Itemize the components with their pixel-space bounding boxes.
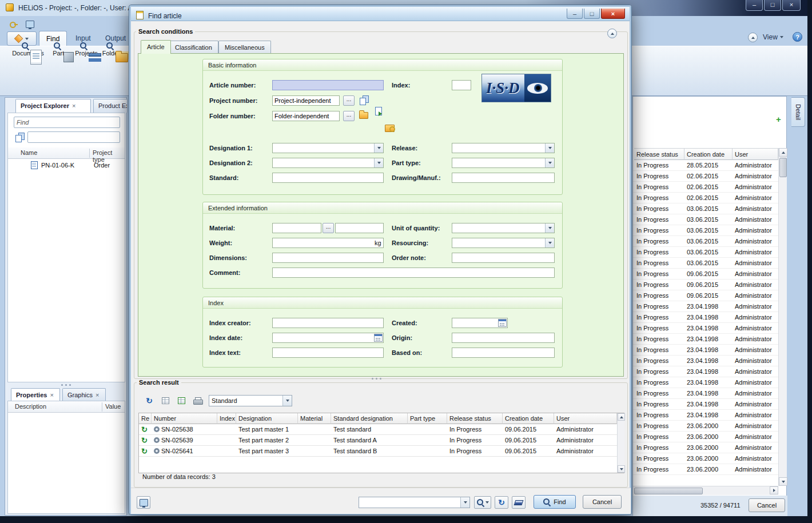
standard-input[interactable] [272, 173, 384, 183]
result-layout-combo[interactable]: Standard [209, 395, 292, 406]
weight-input[interactable] [272, 238, 384, 248]
designation1-combo[interactable] [272, 143, 384, 153]
material-input[interactable] [272, 223, 321, 233]
key-toolbar-button[interactable] [7, 18, 21, 30]
origin-input[interactable] [452, 333, 555, 343]
release-table-row[interactable]: In Progress23.04.1998Administrator [633, 323, 778, 334]
tab-article[interactable]: Article [141, 40, 171, 54]
main-maximize-button[interactable]: □ [764, 0, 781, 11]
column-release-status[interactable]: Release status [447, 413, 503, 424]
release-table-row[interactable]: In Progress23.06.2000Administrator [633, 453, 778, 464]
combo-arrow[interactable] [545, 238, 554, 247]
view-menu[interactable]: View [763, 33, 783, 41]
tab-product-explorer[interactable]: Product Ex [93, 99, 128, 113]
dialog-close-button[interactable]: × [601, 9, 625, 19]
combo-arrow[interactable] [545, 158, 554, 167]
dialog-maximize-button[interactable]: □ [584, 9, 600, 19]
dialog-splitter-handle[interactable] [372, 378, 381, 380]
release-table-row[interactable]: In Progress23.06.2000Administrator [633, 464, 778, 475]
column-material[interactable]: Material [298, 413, 331, 424]
column-user[interactable]: User [733, 148, 778, 160]
resourcing-combo[interactable] [452, 238, 555, 248]
column-creation-date[interactable]: Creation date [503, 413, 554, 424]
folder-icon[interactable] [359, 112, 368, 119]
project-browse-button[interactable]: ... [343, 95, 355, 106]
column-value[interactable]: Value [105, 403, 121, 410]
material-browse-button[interactable]: ... [323, 223, 334, 233]
drawing-manuf-input[interactable] [452, 173, 555, 183]
session-toolbar-button[interactable] [23, 18, 37, 30]
column-result[interactable]: Re [139, 413, 152, 424]
comment-input[interactable] [272, 268, 555, 278]
print-results-button[interactable] [190, 394, 204, 407]
tab-project-explorer[interactable]: Project Explorer× [15, 99, 91, 113]
explorer-find-input[interactable] [14, 117, 120, 128]
dialog-cancel-button[interactable]: Cancel [583, 495, 622, 509]
refresh-button[interactable]: ↻ [495, 496, 508, 509]
column-name[interactable]: Name [21, 149, 37, 156]
release-table-row[interactable]: In Progress23.06.2000Administrator [633, 421, 778, 432]
collapse-search-conditions-button[interactable] [607, 29, 617, 38]
combo-arrow[interactable] [282, 396, 292, 406]
release-table-row[interactable]: In Progress23.04.1998Administrator [633, 312, 778, 323]
designation2-combo[interactable] [272, 158, 384, 168]
index-text-input[interactable] [272, 348, 384, 358]
search-options-button[interactable] [474, 496, 491, 509]
release-table-row[interactable]: In Progress02.06.2015Administrator [633, 182, 778, 193]
index-date-calendar-icon[interactable] [374, 334, 383, 342]
index-date-input[interactable] [272, 333, 384, 343]
column-creation-date[interactable]: Creation date [684, 148, 733, 160]
ribbon-item-folders[interactable]: Folders [99, 49, 126, 93]
combo-arrow[interactable] [545, 143, 554, 153]
ribbon-item-parts[interactable]: Parts [48, 49, 72, 93]
add-icon[interactable]: + [776, 115, 781, 123]
order-note-input[interactable] [452, 253, 555, 263]
pane-splitter[interactable] [5, 382, 126, 387]
result-scrollbar[interactable] [617, 413, 624, 473]
release-table-row[interactable]: In Progress23.04.1998Administrator [633, 377, 778, 388]
release-table-row[interactable]: In Progress23.06.2000Administrator [633, 432, 778, 442]
release-table-row[interactable]: In Progress02.06.2015Administrator [633, 171, 778, 182]
material-name-input[interactable] [335, 223, 384, 233]
release-table-row[interactable]: In Progress03.06.2015Administrator [633, 258, 778, 269]
unit-of-quantity-combo[interactable] [452, 223, 555, 233]
article-number-input[interactable] [272, 80, 384, 90]
release-table-row[interactable]: In Progress23.04.1998Administrator [633, 301, 778, 312]
release-table-row[interactable]: In Progress23.04.1998Administrator [633, 345, 778, 356]
result-view-button[interactable] [158, 394, 172, 407]
created-calendar-icon[interactable] [498, 319, 507, 327]
combo-arrow[interactable] [545, 223, 554, 233]
scrollbar-thumb[interactable] [779, 158, 787, 177]
quick-search-combo[interactable] [359, 497, 470, 508]
preview-toggle-button[interactable] [137, 496, 150, 509]
column-index[interactable]: Index [217, 413, 236, 424]
close-tab-icon[interactable]: × [50, 392, 53, 398]
scroll-right-icon[interactable] [770, 486, 778, 494]
folder-number-input[interactable] [272, 111, 340, 121]
tab-detail[interactable]: Detail [791, 97, 805, 127]
release-table-row[interactable]: In Progress03.06.2015Administrator [633, 236, 778, 247]
main-cancel-button[interactable]: Cancel [749, 498, 785, 512]
ribbon-item-documents[interactable]: Documents [11, 49, 45, 93]
combo-arrow[interactable] [374, 143, 383, 153]
explorer-filter-input[interactable] [27, 131, 120, 143]
column-user[interactable]: User [554, 413, 617, 424]
refresh-results-button[interactable]: ↻ [142, 394, 156, 407]
column-designation[interactable]: Designation [236, 413, 298, 424]
release-table-row[interactable]: In Progress03.06.2015Administrator [633, 225, 778, 236]
clear-button[interactable] [512, 496, 526, 509]
project-number-input[interactable] [272, 95, 340, 106]
assign-project-icon[interactable] [374, 107, 383, 116]
scroll-up-icon[interactable] [779, 148, 787, 157]
search-result-row[interactable]: ↻SN-025638Test part master 1Test standar… [139, 424, 617, 435]
column-standard-designation[interactable]: Standard designation [331, 413, 408, 424]
scroll-down-icon[interactable] [618, 465, 625, 473]
main-close-button[interactable]: × [782, 0, 801, 11]
release-table-row[interactable]: In Progress28.05.2015Administrator [633, 160, 778, 171]
tab-miscellaneous[interactable]: Miscellaneous [218, 41, 271, 54]
project-tree-item[interactable]: PN-01-06-K Order [8, 160, 125, 171]
column-description[interactable]: Description [15, 403, 46, 410]
search-result-row[interactable]: ↻SN-025639Test part master 2Test standar… [139, 435, 617, 446]
release-table-row[interactable]: In Progress03.06.2015Administrator [633, 247, 778, 258]
vertical-scrollbar[interactable] [778, 148, 787, 486]
